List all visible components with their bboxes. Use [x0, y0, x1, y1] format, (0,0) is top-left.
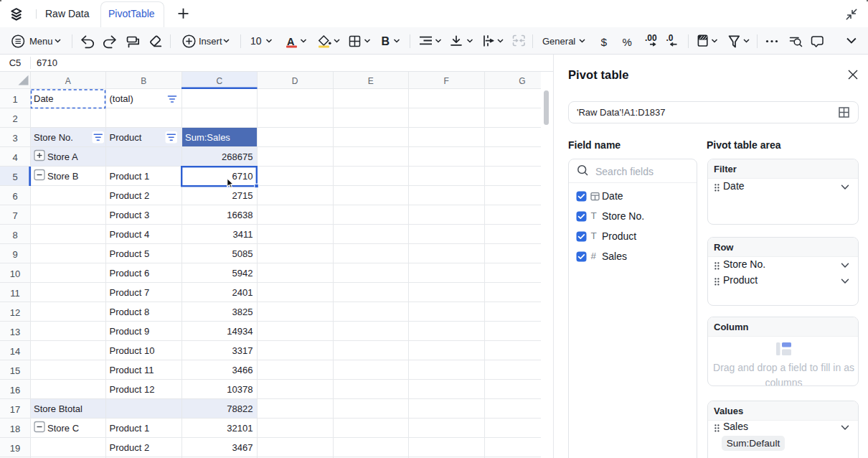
- svg-text:17: 17: [10, 404, 20, 415]
- svg-text:Sum:Sales: Sum:Sales: [185, 132, 230, 143]
- svg-text:13: 13: [10, 327, 20, 337]
- svg-text:2715: 2715: [232, 190, 253, 201]
- svg-text:5942: 5942: [232, 268, 253, 279]
- svg-text:14934: 14934: [227, 326, 253, 337]
- svg-text:Product 10: Product 10: [110, 345, 155, 356]
- svg-text:19: 19: [10, 443, 20, 454]
- svg-text:12: 12: [10, 307, 20, 318]
- svg-text:16638: 16638: [227, 210, 253, 220]
- svg-text:8: 8: [12, 230, 17, 240]
- svg-text:5: 5: [12, 172, 17, 182]
- svg-text:Store Btotal: Store Btotal: [34, 403, 82, 414]
- svg-text:D: D: [292, 76, 298, 86]
- svg-text:.00: .00: [645, 33, 657, 43]
- svg-text:15: 15: [10, 365, 20, 376]
- svg-text:Product 4: Product 4: [110, 229, 150, 240]
- svg-text:10378: 10378: [227, 384, 253, 395]
- svg-text:Store B: Store B: [47, 171, 78, 182]
- svg-text:Insert: Insert: [199, 36, 222, 47]
- svg-text:14: 14: [10, 346, 20, 357]
- svg-text:10: 10: [250, 35, 262, 47]
- svg-text:1: 1: [12, 94, 17, 105]
- svg-text:Product 11: Product 11: [110, 365, 154, 375]
- svg-text:Store A: Store A: [47, 151, 78, 162]
- svg-text:.0: .0: [666, 33, 674, 43]
- svg-text:3317: 3317: [232, 345, 253, 356]
- svg-text:78822: 78822: [227, 403, 253, 414]
- svg-text:3825: 3825: [232, 307, 253, 317]
- svg-text:E: E: [368, 76, 374, 86]
- svg-text:Store C: Store C: [47, 423, 79, 434]
- svg-text:Product 12: Product 12: [110, 384, 155, 395]
- svg-text:Product 9: Product 9: [110, 326, 150, 337]
- svg-text:Product 7: Product 7: [110, 287, 150, 298]
- svg-text:5085: 5085: [232, 248, 253, 259]
- svg-text:F: F: [444, 76, 449, 86]
- svg-text:3: 3: [12, 133, 17, 144]
- svg-text:16: 16: [10, 385, 20, 396]
- svg-text:B: B: [141, 76, 146, 86]
- svg-text:Product 5: Product 5: [110, 248, 150, 259]
- svg-text:7: 7: [12, 210, 17, 221]
- svg-text:32101: 32101: [227, 423, 253, 434]
- svg-text:Product 6: Product 6: [110, 268, 150, 279]
- svg-text:A: A: [287, 36, 295, 47]
- svg-text:10: 10: [10, 268, 20, 279]
- svg-text:3466: 3466: [232, 365, 253, 375]
- svg-text:(total): (total): [110, 93, 133, 104]
- svg-text:Product 2: Product 2: [110, 442, 150, 453]
- svg-text:General: General: [542, 36, 575, 47]
- svg-text:Product: Product: [110, 132, 142, 143]
- svg-text:G: G: [519, 76, 525, 86]
- svg-text:B: B: [382, 35, 390, 47]
- svg-text:C: C: [216, 76, 222, 86]
- svg-text:2: 2: [12, 113, 17, 124]
- svg-text:6710: 6710: [232, 171, 253, 182]
- svg-text:2401: 2401: [232, 287, 253, 298]
- svg-text:Date: Date: [34, 93, 53, 104]
- svg-text:3467: 3467: [232, 442, 253, 453]
- svg-text:A: A: [65, 76, 71, 86]
- svg-text:9: 9: [12, 249, 17, 260]
- svg-text:Product 1: Product 1: [110, 171, 150, 182]
- svg-text:4: 4: [12, 152, 17, 163]
- svg-text:%: %: [623, 36, 632, 48]
- svg-text:Product 8: Product 8: [110, 307, 150, 317]
- svg-text:Product 2: Product 2: [110, 190, 150, 201]
- svg-text:11: 11: [10, 288, 20, 299]
- svg-text:Store No.: Store No.: [34, 132, 73, 143]
- svg-text:Product 3: Product 3: [110, 210, 150, 220]
- svg-text:6: 6: [12, 191, 17, 202]
- svg-text:$: $: [601, 36, 608, 48]
- svg-text:18: 18: [10, 424, 20, 434]
- svg-text:268675: 268675: [222, 151, 253, 162]
- svg-text:Product 1: Product 1: [110, 423, 150, 434]
- svg-text:3411: 3411: [233, 229, 253, 240]
- svg-text:Menu: Menu: [29, 36, 53, 47]
